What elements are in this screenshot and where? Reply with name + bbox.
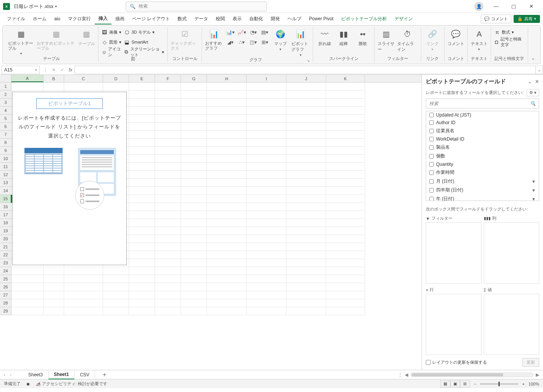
field-checkbox[interactable] [429, 137, 434, 141]
cell[interactable] [103, 275, 129, 283]
pivot-chart-button[interactable]: 📊 ピボットグラフ▾ [291, 28, 310, 57]
cell[interactable] [207, 291, 247, 299]
cell[interactable] [181, 155, 207, 163]
cell[interactable] [326, 107, 365, 115]
cell[interactable] [181, 123, 207, 131]
cell[interactable] [64, 307, 103, 315]
row-header-23[interactable]: 23 [0, 259, 11, 267]
cell[interactable] [155, 291, 181, 299]
row-header-10[interactable]: 10 [0, 155, 11, 163]
cell[interactable] [155, 123, 181, 131]
cell[interactable] [129, 283, 155, 291]
cell[interactable] [247, 115, 286, 123]
cell[interactable] [326, 123, 365, 131]
row-header-5[interactable]: 5 [0, 115, 11, 123]
scatter-chart-icon[interactable]: ∴▾ [237, 38, 247, 46]
sheet-tab-sheet1[interactable]: Sheet1 [48, 370, 74, 379]
column-header-E[interactable]: E [129, 75, 155, 82]
cell[interactable] [326, 83, 365, 91]
cell[interactable] [286, 195, 326, 203]
cell[interactable] [247, 107, 286, 115]
area-chart-icon[interactable]: ◢▾ [226, 38, 236, 46]
cell[interactable] [286, 187, 326, 195]
timeline-button[interactable]: ⏱タイムライン [397, 28, 418, 52]
cell[interactable] [129, 275, 155, 283]
row-header-27[interactable]: 27 [0, 291, 11, 299]
row-header-4[interactable]: 4 [0, 107, 11, 115]
zoom-out-button[interactable]: − [474, 382, 476, 386]
line-chart-icon[interactable]: 📈▾ [237, 28, 247, 36]
cell[interactable] [207, 131, 247, 139]
cell[interactable] [326, 99, 365, 107]
next-sheet-button[interactable]: › [10, 372, 11, 377]
cancel-formula-icon[interactable]: ✕ [50, 67, 58, 73]
tab-formulas[interactable]: 数式 [174, 13, 191, 24]
values-drop-area[interactable] [484, 294, 540, 355]
cell[interactable] [286, 163, 326, 171]
cell[interactable] [286, 115, 326, 123]
row-header-15[interactable]: 15 [0, 195, 11, 203]
cell[interactable] [326, 195, 365, 203]
symbol-button[interactable]: Ω記号と特殊文字 [494, 38, 525, 46]
cell[interactable] [181, 163, 207, 171]
cell[interactable] [129, 187, 155, 195]
row-header-1[interactable]: 1 [0, 83, 11, 91]
cell[interactable] [326, 227, 365, 235]
cell[interactable] [11, 83, 44, 91]
cell[interactable] [129, 115, 155, 123]
cell[interactable] [129, 299, 155, 307]
collapse-ribbon-button[interactable]: ⌄ [528, 27, 538, 62]
row-header-9[interactable]: 9 [0, 147, 11, 155]
cell[interactable] [207, 211, 247, 219]
cell[interactable] [181, 139, 207, 147]
cell[interactable] [207, 219, 247, 227]
cell[interactable] [129, 307, 155, 315]
cell[interactable] [247, 291, 286, 299]
column-header-J[interactable]: J [286, 75, 326, 82]
prev-sheet-button[interactable]: ‹ [4, 372, 5, 377]
cell[interactable] [181, 211, 207, 219]
cell[interactable] [247, 179, 286, 187]
cell[interactable] [286, 83, 326, 91]
cell[interactable] [11, 299, 44, 307]
cell[interactable] [286, 267, 326, 275]
cell[interactable] [103, 307, 129, 315]
cell[interactable] [155, 187, 181, 195]
cell[interactable] [155, 235, 181, 243]
cell[interactable] [247, 91, 286, 99]
tab-page-layout[interactable]: ページ レイアウト [128, 13, 174, 24]
screenshot-button[interactable]: ⧉スクリーンショット ▾ [124, 48, 164, 56]
cell[interactable] [129, 243, 155, 251]
cell[interactable] [286, 147, 326, 155]
cell[interactable] [181, 291, 207, 299]
row-header-22[interactable]: 22 [0, 251, 11, 259]
row-header-3[interactable]: 3 [0, 99, 11, 107]
cell[interactable] [207, 251, 247, 259]
tab-home[interactable]: ホーム [29, 13, 50, 24]
cell[interactable] [326, 155, 365, 163]
cell[interactable] [155, 179, 181, 187]
cell[interactable] [286, 227, 326, 235]
pivot-field-item[interactable]: Quantity [426, 160, 539, 168]
cell[interactable] [207, 139, 247, 147]
cell[interactable] [286, 139, 326, 147]
column-header-I[interactable]: I [247, 75, 286, 82]
cell[interactable] [326, 267, 365, 275]
cell[interactable] [207, 299, 247, 307]
cell[interactable] [247, 131, 286, 139]
cell[interactable] [155, 131, 181, 139]
cell[interactable] [207, 171, 247, 179]
row-header-18[interactable]: 18 [0, 219, 11, 227]
row-header-28[interactable]: 28 [0, 299, 11, 307]
pivot-field-item[interactable]: Author ID [426, 119, 539, 126]
cell[interactable] [286, 283, 326, 291]
tab-automate[interactable]: 自動化 [246, 13, 267, 24]
cell[interactable] [286, 179, 326, 187]
pivot-field-item[interactable]: 作業時間 [426, 168, 539, 177]
cell[interactable] [326, 243, 365, 251]
comments-button[interactable]: 💬 コメント [481, 15, 511, 23]
row-header-7[interactable]: 7 [0, 131, 11, 139]
cell[interactable] [44, 299, 64, 307]
cell[interactable] [286, 155, 326, 163]
cell[interactable] [286, 91, 326, 99]
